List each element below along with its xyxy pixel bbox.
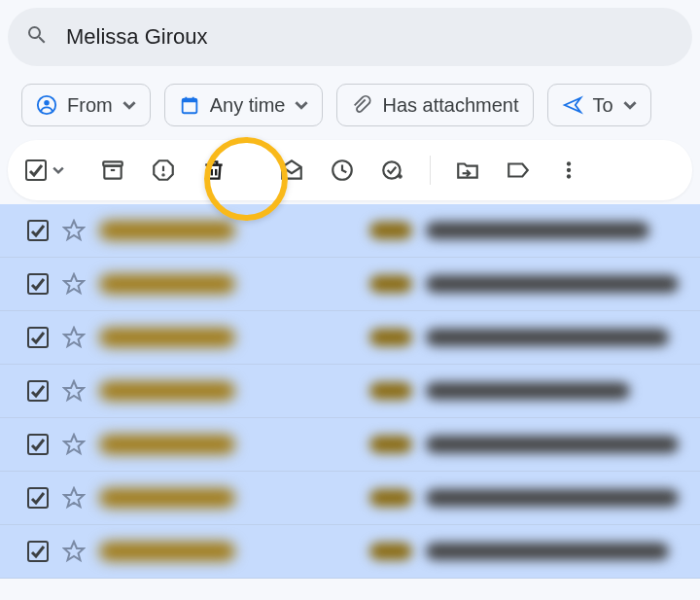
svg-point-21 (567, 174, 571, 178)
sender-name (99, 542, 235, 561)
inbox-tag (369, 436, 412, 453)
star-icon[interactable] (62, 272, 86, 296)
labels-button[interactable] (497, 149, 540, 192)
inbox-tag (369, 222, 412, 239)
more-button[interactable] (547, 149, 590, 192)
star-icon[interactable] (62, 326, 86, 349)
star-icon[interactable] (62, 379, 86, 403)
row-checkbox[interactable] (27, 327, 49, 348)
star-icon[interactable] (62, 486, 86, 510)
filter-time-label: Any time (210, 94, 286, 117)
svg-marker-26 (64, 435, 84, 453)
filter-attachment-label: Has attachment (382, 94, 518, 117)
search-icon[interactable] (25, 23, 49, 51)
svg-marker-23 (64, 274, 84, 293)
filter-to-chip[interactable]: To (547, 84, 651, 126)
row-checkbox[interactable] (27, 541, 49, 562)
email-row[interactable] (0, 472, 700, 525)
chevron-down-icon (52, 164, 64, 176)
filter-from-chip[interactable]: From (21, 84, 151, 126)
email-subject (426, 489, 679, 507)
send-icon (562, 94, 583, 116)
sender-name (99, 488, 235, 508)
svg-rect-3 (182, 99, 196, 103)
row-checkbox[interactable] (27, 487, 49, 509)
star-icon[interactable] (62, 433, 86, 456)
email-row[interactable] (0, 258, 700, 311)
filter-to-label: To (593, 94, 613, 117)
svg-point-20 (567, 168, 571, 172)
sender-name (99, 221, 235, 240)
sender-name (99, 381, 235, 401)
email-row[interactable] (0, 418, 700, 472)
inbox-tag (369, 543, 412, 560)
person-circle-icon (36, 94, 57, 116)
chevron-down-icon (122, 98, 136, 112)
filter-time-chip[interactable]: Any time (164, 84, 324, 126)
email-row[interactable] (0, 525, 700, 579)
email-row[interactable] (0, 311, 700, 365)
action-toolbar (8, 140, 692, 200)
email-row[interactable] (0, 204, 700, 258)
svg-marker-28 (64, 542, 84, 560)
filter-chip-row: From Any time Has attachment To (0, 66, 700, 136)
inbox-tag (369, 489, 412, 507)
snooze-button[interactable] (321, 149, 364, 192)
search-bar (8, 8, 692, 66)
svg-point-19 (567, 161, 571, 165)
calendar-icon (179, 94, 200, 116)
svg-marker-25 (64, 381, 84, 400)
star-icon[interactable] (62, 540, 86, 563)
mark-read-button[interactable] (270, 149, 313, 192)
chevron-down-icon (623, 98, 637, 112)
sender-name (99, 274, 235, 294)
svg-marker-24 (64, 328, 84, 346)
sender-name (99, 328, 235, 347)
svg-point-11 (162, 174, 163, 175)
inbox-tag (369, 382, 412, 400)
email-subject (426, 329, 669, 346)
toolbar-separator (430, 156, 431, 185)
row-checkbox[interactable] (27, 434, 49, 455)
email-row[interactable] (0, 365, 700, 418)
filter-from-label: From (67, 94, 113, 117)
sender-name (99, 435, 235, 454)
filter-attachment-chip[interactable]: Has attachment (336, 84, 533, 126)
search-input[interactable] (66, 24, 675, 50)
svg-point-1 (44, 100, 50, 106)
attachment-icon (351, 94, 372, 116)
svg-marker-22 (64, 221, 84, 239)
svg-marker-27 (64, 488, 84, 507)
add-task-button[interactable] (371, 149, 414, 192)
select-all-checkbox[interactable] (25, 159, 64, 181)
row-checkbox[interactable] (27, 273, 49, 295)
email-subject (426, 382, 630, 400)
delete-button[interactable] (192, 149, 235, 192)
archive-button[interactable] (91, 149, 134, 192)
move-to-button[interactable] (446, 149, 489, 192)
email-subject (426, 222, 649, 239)
email-subject (426, 436, 679, 453)
inbox-tag (369, 329, 412, 346)
email-subject (426, 275, 679, 293)
report-spam-button[interactable] (142, 149, 185, 192)
inbox-tag (369, 275, 412, 293)
svg-point-15 (383, 161, 400, 178)
row-checkbox[interactable] (27, 380, 49, 402)
star-icon[interactable] (62, 219, 86, 242)
email-list (0, 204, 700, 579)
email-subject (426, 543, 669, 560)
chevron-down-icon (295, 98, 308, 112)
row-checkbox[interactable] (27, 220, 49, 241)
svg-rect-7 (104, 166, 121, 179)
